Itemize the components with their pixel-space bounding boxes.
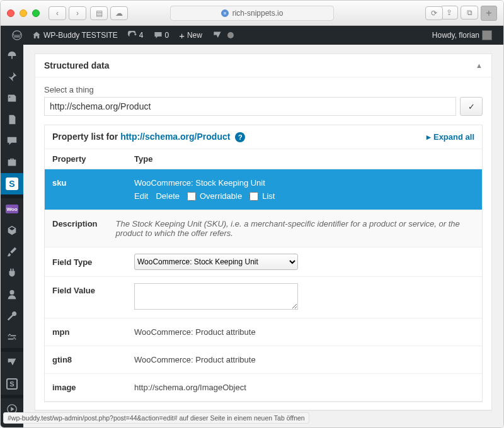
back-button[interactable]: ‹ — [49, 6, 66, 20]
sidebar-item-y[interactable] — [1, 352, 23, 373]
reload-button[interactable]: ⟳ — [425, 6, 443, 20]
check-icon: ✓ — [468, 102, 475, 111]
field-type-label: Field Type — [52, 257, 134, 267]
active-property-name: sku — [52, 178, 134, 201]
pages-icon — [6, 114, 18, 125]
expand-all-button[interactable]: ▸ Expand all — [427, 132, 474, 142]
globe-icon — [221, 9, 229, 17]
briefcase-icon — [6, 157, 18, 168]
main-content: Structured data ▲ Select a thing ✓ — [23, 45, 503, 427]
updates-link[interactable]: 4 — [123, 26, 149, 45]
list-checkbox[interactable]: List — [249, 191, 275, 201]
select-thing-label: Select a thing — [44, 85, 483, 94]
my-account[interactable]: Howdy, florian — [427, 26, 497, 45]
cloud-button[interactable]: ☁ — [110, 6, 128, 20]
overridable-checkbox[interactable]: Overridable — [187, 191, 242, 201]
plugins-icon — [6, 268, 18, 279]
sidebar-button[interactable]: ▤ — [90, 6, 108, 20]
active-s-icon: S — [6, 177, 18, 190]
zoom-window-button[interactable] — [32, 9, 40, 17]
sidebar-item-s2[interactable]: S — [1, 373, 23, 395]
edit-action[interactable]: Edit — [134, 191, 148, 201]
new-label: New — [187, 31, 202, 40]
property-row[interactable]: imagehttp://schema.org/ImageObject — [45, 374, 482, 402]
property-type: http://schema.org/ImageObject — [134, 383, 474, 392]
sidebar-item-active-s[interactable]: S — [1, 173, 23, 194]
property-row[interactable]: mpnWooCommerce: Product attribute — [45, 318, 482, 346]
sidebar-item-briefcase[interactable] — [1, 152, 23, 173]
postbox-header[interactable]: Structured data ▲ — [35, 54, 491, 77]
confirm-thing-button[interactable]: ✓ — [460, 97, 483, 116]
description-row: Description The Stock Keeping Unit (SKU)… — [45, 210, 482, 247]
site-name: WP-Buddy TESTSITE — [43, 31, 118, 40]
col-type: Type — [134, 154, 152, 164]
sidebar-item-comments[interactable] — [1, 130, 23, 152]
postbox-title: Structured data — [44, 60, 109, 70]
minimize-window-button[interactable] — [20, 9, 27, 17]
browser-status-bar: #wp-buddy.test/wp-admin/post.php?post=44… — [3, 412, 309, 424]
property-name: mpn — [52, 327, 134, 337]
field-type-select[interactable]: WooCommerce: Stock Keeping Unit — [134, 254, 298, 270]
browser-titlebar: ‹ › ▤ ☁ rich-snippets.io ⟳ ⇪ ⧉ + — [1, 1, 503, 26]
sidebar-item-cube[interactable] — [1, 220, 23, 241]
active-type-label: WooCommerce: Stock Keeping Unit — [134, 178, 474, 188]
updates-count: 4 — [139, 31, 144, 40]
sidebar-item-woo[interactable]: Woo — [1, 198, 23, 220]
share-button[interactable]: ⇪ — [440, 6, 458, 20]
yoast-indicator[interactable] — [207, 26, 239, 45]
brush-icon — [6, 246, 18, 257]
sidebar-item-users[interactable] — [1, 284, 23, 305]
sidebar-item-settings[interactable] — [1, 327, 23, 348]
property-name: image — [52, 383, 134, 392]
caret-right-icon: ▸ — [427, 132, 433, 142]
help-icon[interactable]: ? — [235, 132, 245, 142]
schema-link[interactable]: http://schema.org/Product — [120, 132, 230, 142]
wp-admin-sidebar: SWooS — [1, 45, 23, 427]
property-columns: Property Type — [45, 149, 482, 169]
delete-action[interactable]: Delete — [156, 191, 180, 201]
url-host: rich-snippets.io — [232, 9, 284, 18]
sidebar-item-pin[interactable] — [1, 66, 23, 87]
field-value-textarea[interactable] — [134, 283, 298, 310]
sidebar-item-pages[interactable] — [1, 109, 23, 130]
structured-data-postbox: Structured data ▲ Select a thing ✓ — [35, 54, 492, 410]
thing-input[interactable] — [44, 97, 456, 116]
dashboard-icon — [6, 50, 18, 61]
property-name: gtin8 — [52, 355, 134, 364]
new-content-link[interactable]: + New — [174, 26, 207, 45]
tabs-button[interactable]: ⧉ — [461, 6, 478, 20]
close-window-button[interactable] — [7, 9, 14, 17]
property-row[interactable]: gtin8WooCommerce: Product attribute — [45, 346, 482, 374]
new-tab-button[interactable]: + — [481, 6, 497, 21]
howdy-text: Howdy, florian — [432, 31, 479, 40]
s2-icon: S — [6, 378, 18, 390]
wp-admin-bar: WP-Buddy TESTSITE 4 0 + New Howdy, flori… — [1, 26, 503, 45]
comments-icon — [6, 135, 18, 147]
wp-logo[interactable] — [7, 26, 27, 45]
field-type-row: Field Type WooCommerce: Stock Keeping Un… — [45, 247, 482, 277]
pl-prefix: Property list for — [52, 132, 120, 142]
media-icon — [6, 93, 18, 104]
woo-icon: Woo — [6, 205, 18, 213]
users-icon — [6, 289, 18, 300]
address-bar[interactable]: rich-snippets.io — [170, 6, 334, 21]
seo-status-dot — [227, 32, 234, 38]
property-list-header: Property list for http://schema.org/Prod… — [45, 125, 482, 149]
y-icon — [6, 357, 18, 368]
plus-icon: + — [179, 30, 185, 41]
sidebar-item-plugins[interactable] — [1, 262, 23, 284]
site-name-link[interactable]: WP-Buddy TESTSITE — [27, 26, 123, 45]
forward-button[interactable]: › — [69, 6, 86, 20]
cube-icon — [6, 225, 18, 236]
sidebar-item-dashboard[interactable] — [1, 45, 23, 66]
property-row-active[interactable]: sku WooCommerce: Stock Keeping Unit Edit… — [45, 169, 482, 210]
sidebar-item-tools[interactable] — [1, 305, 23, 327]
collapse-icon[interactable]: ▲ — [476, 62, 483, 69]
property-list: Property list for http://schema.org/Prod… — [44, 125, 483, 402]
comments-link[interactable]: 0 — [149, 26, 175, 45]
tools-icon — [6, 310, 18, 322]
comments-count: 0 — [165, 31, 169, 40]
sidebar-item-brush[interactable] — [1, 241, 23, 262]
sidebar-item-media[interactable] — [1, 87, 23, 109]
field-value-row: Field Value — [45, 277, 482, 318]
